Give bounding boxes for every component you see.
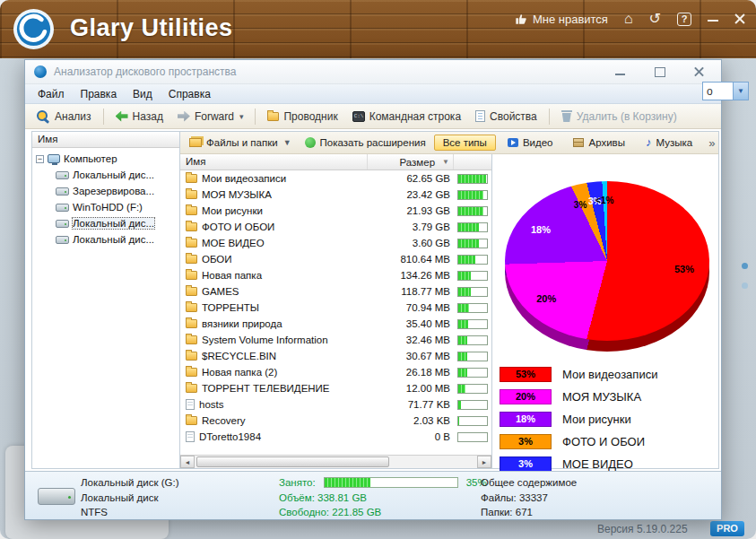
sort-arrow-icon[interactable]: ▼	[442, 158, 449, 166]
menu-item[interactable]: Файл	[30, 84, 73, 104]
file-row[interactable]: Мои рисунки 21.93 GB	[180, 203, 491, 219]
explorer-label: Проводник	[283, 110, 337, 123]
dialog-close-button[interactable]	[693, 66, 705, 77]
status-bar: Локальный диск (G:) Локальный диск NTFS …	[25, 471, 721, 519]
combo-box[interactable]: о ▼	[702, 82, 749, 100]
tree-item-drive[interactable]: Локальный дис...	[32, 167, 179, 183]
delete-label: Удалить (в Корзину)	[577, 110, 677, 123]
size-bar	[457, 432, 488, 442]
file-row[interactable]: System Volume Information 32.46 MB	[180, 332, 491, 348]
back-button[interactable]: Назад	[109, 108, 169, 126]
folder-icon	[186, 255, 197, 264]
file-row[interactable]: DToretto1984 0 B	[180, 429, 491, 445]
file-row[interactable]: ТОРРЕНТ ТЕЛЕВИДЕНИЕ 12.00 MB	[180, 380, 491, 396]
filter-tab-icon	[508, 138, 518, 147]
menu-item[interactable]: Правка	[73, 84, 126, 104]
file-name: Recovery	[202, 415, 378, 426]
extensions-icon	[305, 137, 316, 148]
column-header-name[interactable]: Имя	[180, 154, 368, 170]
file-row[interactable]: GAMES 118.77 MB	[180, 283, 491, 300]
glary-logo-icon	[13, 8, 55, 50]
file-size: 810.64 MB	[378, 254, 457, 265]
file-row[interactable]: ТОРРЕНТЫ 70.94 MB	[180, 300, 491, 316]
scroll-right-icon[interactable]: ►	[477, 456, 491, 468]
file-size: 71.77 KB	[378, 399, 457, 410]
app-close-button[interactable]	[734, 13, 745, 24]
scroll-left-icon[interactable]: ◄	[180, 456, 195, 468]
legend-row: 3% МОЕ ВИДЕО	[500, 456, 657, 472]
tree-item-drive[interactable]: Локальный дис...	[32, 215, 179, 231]
properties-button[interactable]: Свойства	[469, 108, 543, 126]
tree-item-drive[interactable]: Локальный дис...	[32, 231, 179, 248]
overflow-icon[interactable]: »	[704, 136, 719, 150]
file-row[interactable]: МОЯ МУЗЫКА 23.42 GB	[180, 187, 491, 203]
file-row[interactable]: Новая папка 134.26 MB	[180, 267, 491, 283]
file-size: 30.67 MB	[378, 351, 457, 361]
tree-column-header[interactable]: Имя	[32, 132, 179, 148]
folder-icon	[186, 303, 197, 312]
file-name: ОБОИ	[202, 254, 378, 265]
forward-chevron-icon[interactable]: ▾	[239, 112, 244, 121]
file-row[interactable]: вязники природа 35.40 MB	[180, 316, 491, 332]
file-size: 2.03 KB	[378, 415, 457, 426]
file-row[interactable]: МОЕ ВИДЕО 3.60 GB	[180, 235, 491, 251]
filter-tab[interactable]: Музыка	[637, 135, 701, 151]
legend-row: 20% МОЯ МУЗЫКА	[500, 388, 657, 404]
tree-item-drive[interactable]: Зарезервирова...	[32, 183, 179, 199]
dialog-titlebar[interactable]: Анализатор дискового пространства	[25, 60, 721, 84]
folders-count: Папки: 671	[481, 505, 577, 520]
help-icon[interactable]: ?	[677, 13, 691, 26]
menu-item[interactable]: Вид	[125, 84, 161, 104]
glary-utilities-window: Glary Utilities Мне нравится ⌂ ↺ ? Верси…	[0, 0, 756, 539]
analyze-button[interactable]: Анализ	[30, 107, 98, 126]
dialog-minimize-button[interactable]	[614, 66, 626, 77]
file-row[interactable]: Мои видеозаписи 62.65 GB	[180, 170, 491, 187]
file-size: 3.79 GB	[378, 222, 457, 232]
collapse-icon[interactable]	[36, 155, 44, 163]
filter-tab[interactable]: Архивы	[564, 135, 634, 151]
dialog-maximize-button[interactable]	[654, 66, 665, 77]
file-size: 32.46 MB	[378, 335, 457, 345]
like-button[interactable]: Мне нравится	[515, 13, 608, 26]
file-name: ТОРРЕНТЫ	[202, 302, 378, 313]
scrollbar-thumb[interactable]	[196, 456, 389, 467]
drive-icon	[56, 236, 69, 244]
file-row[interactable]: hosts 71.77 KB	[180, 396, 491, 413]
tree-root-computer[interactable]: Компьютер	[32, 151, 179, 167]
files-folders-button[interactable]: Файлы и папки ▼	[184, 135, 297, 150]
file-row[interactable]: ОБОИ 810.64 MB	[180, 251, 491, 267]
file-row[interactable]: Новая папка (2) 26.18 MB	[180, 364, 491, 380]
show-extensions-button[interactable]: Показать расширения	[300, 135, 431, 150]
volume-label: Объём: 338.81 GB	[279, 491, 487, 506]
nav-dot-active[interactable]	[742, 263, 748, 269]
status-totals: Общее содержимое Файлы: 33337 Папки: 671	[481, 475, 577, 520]
used-progress-bar	[324, 477, 458, 488]
nav-dot[interactable]	[742, 283, 748, 289]
forward-button[interactable]: Forward ▾	[171, 108, 250, 126]
filter-tab[interactable]: Все типы	[434, 135, 496, 151]
legend-row: 3% ФОТО И ОБОИ	[500, 433, 657, 449]
file-name: Мои видеозаписи	[202, 173, 378, 184]
folder-icon	[186, 368, 197, 377]
home-icon[interactable]: ⌂	[624, 12, 633, 26]
column-header-size[interactable]: Размер ▼	[368, 154, 454, 170]
explorer-button[interactable]: Проводник	[261, 108, 343, 126]
dialog-icon	[34, 65, 47, 78]
file-name: МОЯ МУЗЫКА	[202, 189, 378, 200]
refresh-icon[interactable]: ↺	[649, 12, 661, 26]
properties-icon	[475, 110, 485, 122]
menu-item[interactable]: Справка	[161, 84, 219, 104]
tree-item-drive[interactable]: WinToHDD (F:)	[32, 199, 179, 215]
horizontal-scrollbar[interactable]: ◄ ►	[180, 455, 491, 468]
file-row[interactable]: ФОТО И ОБОИ 3.79 GB	[180, 219, 491, 235]
filter-tab[interactable]: Видео	[499, 135, 562, 151]
file-row[interactable]: Recovery 2.03 KB	[180, 413, 491, 429]
command-prompt-button[interactable]: Командная строка	[346, 108, 467, 126]
command-prompt-icon	[352, 111, 365, 122]
app-minimize-button[interactable]	[708, 13, 718, 24]
combo-dropdown-icon[interactable]: ▼	[733, 83, 748, 100]
delete-button[interactable]: Удалить (в Корзину)	[555, 108, 683, 126]
scrollbar-track[interactable]	[195, 456, 477, 468]
file-row[interactable]: $RECYCLE.BIN 30.67 MB	[180, 348, 491, 364]
size-bar	[457, 384, 488, 394]
